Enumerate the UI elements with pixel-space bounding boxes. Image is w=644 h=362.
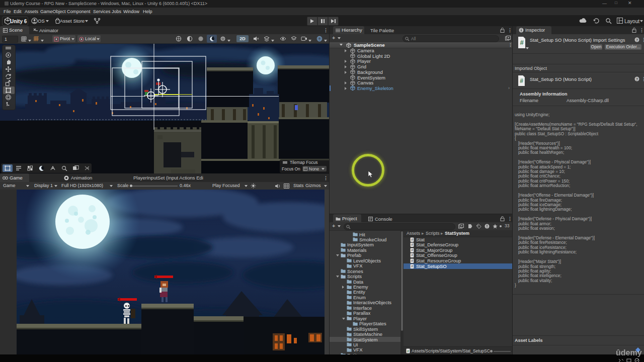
svg-text:?: ? — [636, 38, 638, 42]
svg-text:#: # — [411, 253, 413, 257]
svg-text:#: # — [411, 243, 413, 246]
svg-text:#: # — [411, 248, 413, 252]
svg-text:#: # — [407, 349, 409, 353]
svg-text:#: # — [520, 77, 523, 84]
svg-text:?: ? — [636, 77, 638, 81]
svg-text:#: # — [411, 259, 413, 262]
svg-text:#: # — [411, 264, 413, 268]
svg-text:#: # — [411, 238, 413, 241]
svg-text:#: # — [520, 39, 524, 46]
